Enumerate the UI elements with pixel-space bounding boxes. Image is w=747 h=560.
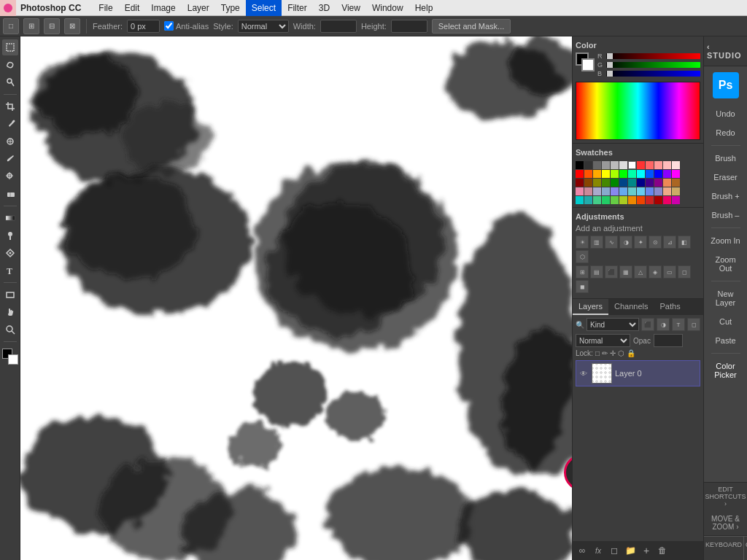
layer-new-group-btn[interactable]: 📁 <box>624 544 637 557</box>
swatch[interactable] <box>646 196 654 204</box>
background-color[interactable] <box>8 354 18 365</box>
swatch[interactable] <box>654 170 662 178</box>
studio-quickkeys-btn[interactable]: QUICK KEYS <box>744 537 747 560</box>
layers-kind-select[interactable]: Kind <box>587 318 639 331</box>
swatch[interactable] <box>672 187 680 195</box>
layer-new-btn[interactable]: + <box>640 544 653 557</box>
tool-hand[interactable] <box>2 304 18 320</box>
swatch[interactable] <box>619 170 627 178</box>
width-input[interactable] <box>320 20 357 33</box>
adj-gradient[interactable]: ◼ <box>576 280 589 293</box>
studio-edit-shortcuts-btn[interactable]: EDIT SHORTCUTS › <box>704 483 747 510</box>
swatch[interactable] <box>602 170 610 178</box>
lock-all[interactable]: 🔒 <box>627 349 635 357</box>
select-mask-btn[interactable]: Select and Mask... <box>432 19 511 34</box>
studio-eraser-btn[interactable]: Eraser <box>708 168 744 186</box>
lock-image[interactable]: ✏ <box>602 349 608 357</box>
adj-vibrance[interactable]: ✦ <box>634 236 647 249</box>
swatch[interactable] <box>602 187 610 195</box>
swatch[interactable] <box>593 161 601 169</box>
swatch[interactable] <box>584 170 592 178</box>
g-thumb[interactable] <box>607 62 613 68</box>
adj-photofilter[interactable]: ⬡ <box>576 250 589 263</box>
lock-position[interactable]: ✛ <box>610 349 616 357</box>
swatch[interactable] <box>611 179 619 187</box>
menu-view[interactable]: View <box>336 0 366 16</box>
swatch[interactable] <box>628 187 636 195</box>
layer-filter-shape[interactable]: ◻ <box>687 318 700 331</box>
swatch[interactable] <box>628 170 636 178</box>
color-spectrum[interactable] <box>576 82 700 140</box>
swatch[interactable] <box>628 161 636 169</box>
layers-blend-mode[interactable]: Normal <box>576 334 630 347</box>
swatch[interactable] <box>576 161 584 169</box>
studio-zoom-out-btn[interactable]: Zoom Out <box>708 251 744 277</box>
adj-brightness[interactable]: ☀ <box>576 236 589 249</box>
style-select[interactable]: Normal Fixed Ratio Fixed Size <box>238 20 289 33</box>
swatch[interactable] <box>593 187 601 195</box>
studio-brush-btn[interactable]: Brush <box>708 149 744 167</box>
menu-3d[interactable]: 3D <box>313 0 336 16</box>
swatch[interactable] <box>654 179 662 187</box>
layer-filter-adj[interactable]: ◑ <box>657 318 670 331</box>
swatch[interactable] <box>602 179 610 187</box>
swatch[interactable] <box>628 196 636 204</box>
swatch[interactable] <box>619 187 627 195</box>
swatch[interactable] <box>654 161 662 169</box>
menu-help[interactable]: Help <box>409 0 439 16</box>
studio-brush-plus-btn[interactable]: Brush + <box>708 187 744 205</box>
layer-mask-btn[interactable]: ◻ <box>608 544 621 557</box>
tool-clone[interactable] <box>2 168 18 184</box>
adj-hue[interactable]: ⊙ <box>649 236 662 249</box>
menu-type[interactable]: Type <box>215 0 246 16</box>
menu-edit[interactable]: Edit <box>119 0 146 16</box>
studio-brush-minus-btn[interactable]: Brush – <box>708 206 744 224</box>
adj-invert[interactable]: ⬛ <box>605 265 618 279</box>
studio-cut-btn[interactable]: Cut <box>708 313 744 330</box>
swatch[interactable] <box>593 196 601 204</box>
adj-colorlookup[interactable]: ▤ <box>590 265 603 279</box>
swatch[interactable] <box>663 170 671 178</box>
studio-undo-btn[interactable]: Undo <box>708 105 744 122</box>
swatch[interactable] <box>584 196 592 204</box>
swatch[interactable] <box>637 179 645 187</box>
tool-heal[interactable] <box>2 133 18 149</box>
studio-color-picker-btn[interactable]: Color Picker <box>708 357 744 384</box>
height-input[interactable] <box>391 20 427 33</box>
studio-move-zoom-btn[interactable]: MOVE & ZOOM › <box>704 510 747 536</box>
tool-eraser[interactable] <box>2 186 18 202</box>
swatch[interactable] <box>611 170 619 178</box>
tab-channels[interactable]: Channels <box>608 299 654 315</box>
swatch[interactable] <box>654 196 662 204</box>
tool-eyedropper[interactable] <box>2 116 18 132</box>
swatch[interactable] <box>619 196 627 204</box>
layer-visibility[interactable]: 👁 <box>578 368 589 378</box>
tool-gradient[interactable] <box>2 210 18 226</box>
swatch[interactable] <box>611 161 619 169</box>
studio-new-layer-btn[interactable]: New Layer <box>708 285 744 311</box>
opacity-input[interactable] <box>654 334 683 347</box>
tool-lasso[interactable] <box>2 57 18 73</box>
swatch[interactable] <box>584 179 592 187</box>
swatch[interactable] <box>646 187 654 195</box>
swatch[interactable] <box>602 196 610 204</box>
lock-transparent[interactable]: □ <box>595 349 600 357</box>
swatch[interactable] <box>637 196 645 204</box>
tool-shape[interactable] <box>2 287 18 303</box>
layer-link-btn[interactable]: ∞ <box>576 544 589 557</box>
tool-brush[interactable] <box>2 151 18 167</box>
adj-curves[interactable]: ∿ <box>605 236 618 249</box>
adj-threshold[interactable]: △ <box>634 265 647 279</box>
swatch[interactable] <box>672 170 680 178</box>
antialias-checkbox[interactable] <box>164 21 174 31</box>
layer-delete-btn[interactable]: 🗑 <box>656 544 669 557</box>
adj-solidcolor[interactable]: ◻ <box>678 265 691 279</box>
swatch[interactable] <box>593 179 601 187</box>
adj-gradientmap[interactable]: ▭ <box>663 265 676 279</box>
tool-rectangular-marquee[interactable] <box>2 39 18 55</box>
swatch[interactable] <box>646 161 654 169</box>
layer-item[interactable]: 👁 Layer 0 <box>576 360 700 386</box>
swatch[interactable] <box>637 170 645 178</box>
adj-selectivecolor[interactable]: ◈ <box>649 265 662 279</box>
tool-text[interactable]: T <box>2 262 18 279</box>
